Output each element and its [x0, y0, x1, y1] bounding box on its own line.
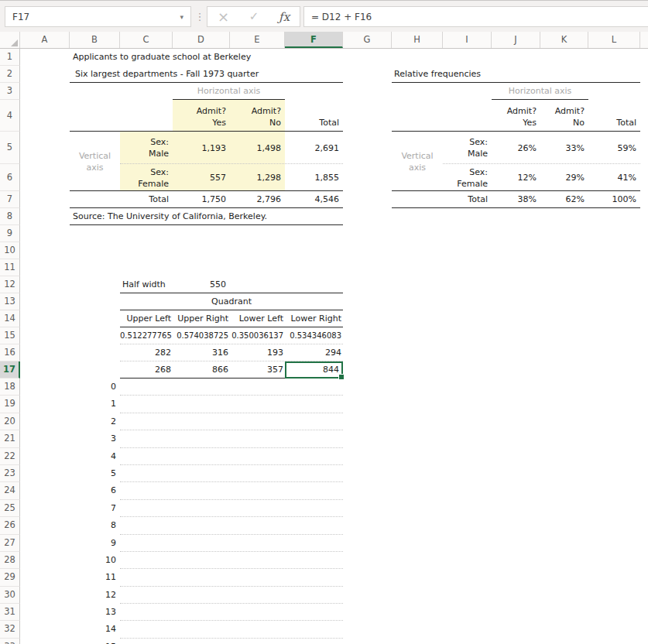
- row-header[interactable]: 30: [0, 587, 20, 604]
- cell-e5-value[interactable]: 1,498: [230, 132, 281, 164]
- sequence-cell[interactable]: 8: [20, 517, 116, 534]
- row-header[interactable]: 23: [0, 465, 20, 482]
- row-header[interactable]: 12: [0, 276, 20, 293]
- cell-c6-sex-female[interactable]: Sex: Female: [120, 164, 169, 191]
- row-header[interactable]: 15: [0, 327, 20, 344]
- cell-k4-admit-no[interactable]: Admit? No: [540, 100, 585, 132]
- cell-horizontal-axis-label[interactable]: Horizontal axis: [173, 83, 285, 100]
- cell-e14-header[interactable]: Lower Left: [230, 310, 283, 327]
- cancel-icon[interactable]: ×: [218, 10, 229, 24]
- sequence-cell[interactable]: 4: [20, 448, 116, 465]
- cell-d17-value[interactable]: 866: [174, 361, 228, 379]
- cell-d12-half-width-value[interactable]: 550: [173, 276, 226, 293]
- sequence-cell[interactable]: 0: [20, 379, 116, 396]
- cell-vertical-axis-label[interactable]: Vertical axis: [70, 132, 120, 191]
- cell-l5-value[interactable]: 59%: [588, 132, 636, 164]
- sheet-grid[interactable]: Applicants to graduate school at Berkele…: [0, 49, 648, 644]
- sequence-cell[interactable]: 7: [20, 500, 116, 517]
- row-header[interactable]: 4: [0, 100, 20, 132]
- insert-function-icon[interactable]: ƒx: [279, 10, 290, 24]
- row-header[interactable]: 24: [0, 482, 20, 499]
- cell-j7-value[interactable]: 38%: [492, 191, 537, 208]
- cell-d16-value[interactable]: 316: [174, 344, 228, 361]
- name-box[interactable]: F17 ▾: [5, 6, 191, 27]
- formula-bar[interactable]: = D12 + F16: [303, 6, 648, 27]
- sequence-cell[interactable]: 13: [20, 604, 116, 621]
- cell-e7-value[interactable]: 2,796: [230, 191, 281, 208]
- cell-e4-admit-no[interactable]: Admit? No: [230, 100, 281, 132]
- cell-f5-value[interactable]: 2,691: [285, 132, 339, 164]
- column-header[interactable]: A: [20, 32, 70, 48]
- row-header[interactable]: 11: [0, 259, 20, 276]
- sequence-cell[interactable]: 6: [20, 482, 116, 499]
- row-header[interactable]: 22: [0, 448, 20, 465]
- row-header[interactable]: 8: [0, 208, 20, 225]
- row-header[interactable]: 26: [0, 517, 20, 534]
- cell-e6-value[interactable]: 1,298: [230, 164, 281, 191]
- cell-f16-value[interactable]: 294: [285, 344, 341, 361]
- cell-c7-total-label[interactable]: Total: [120, 191, 169, 208]
- row-header[interactable]: 20: [0, 413, 20, 430]
- enter-icon[interactable]: ✓: [249, 11, 259, 22]
- cell-c5-sex-male[interactable]: Sex: Male: [120, 132, 169, 164]
- sequence-cell[interactable]: 15: [20, 639, 116, 644]
- cell-i5-sex-male[interactable]: Sex: Male: [443, 132, 488, 164]
- row-header[interactable]: 2: [0, 66, 20, 83]
- sequence-cell[interactable]: 12: [20, 587, 116, 604]
- sequence-cell[interactable]: 11: [20, 569, 116, 586]
- row-header[interactable]: 21: [0, 430, 20, 447]
- column-header[interactable]: L: [588, 32, 640, 48]
- cell-e16-value[interactable]: 193: [230, 344, 283, 361]
- cell-k7-value[interactable]: 62%: [540, 191, 585, 208]
- column-header[interactable]: H: [392, 32, 443, 48]
- sequence-cell[interactable]: 1: [20, 396, 116, 413]
- column-header[interactable]: G: [343, 32, 392, 48]
- cell-f6-value[interactable]: 1,855: [285, 164, 339, 191]
- cell-k6-value[interactable]: 29%: [540, 164, 585, 191]
- cell-c12-half-width-label[interactable]: Half width: [122, 276, 166, 293]
- row-header[interactable]: 17: [0, 361, 20, 379]
- row-header[interactable]: 5: [0, 132, 20, 164]
- row-header[interactable]: 7: [0, 191, 20, 208]
- row-header[interactable]: 29: [0, 569, 20, 586]
- cell-l7-value[interactable]: 100%: [588, 191, 636, 208]
- row-header[interactable]: 31: [0, 604, 20, 621]
- cell-l4-total-header[interactable]: Total: [588, 115, 636, 132]
- column-header[interactable]: K: [540, 32, 588, 48]
- row-header[interactable]: 6: [0, 164, 20, 191]
- cell-c16-value[interactable]: 282: [120, 344, 171, 361]
- cell-f7-value[interactable]: 4,546: [285, 191, 339, 208]
- row-header[interactable]: 13: [0, 293, 20, 310]
- cell-b1-title[interactable]: Applicants to graduate school at Berkele…: [73, 49, 251, 66]
- column-header[interactable]: J: [492, 32, 540, 48]
- cell-i7-total-label[interactable]: Total: [443, 191, 488, 208]
- row-header[interactable]: 28: [0, 552, 20, 569]
- cell-quadrant-title[interactable]: Quadrant: [120, 293, 343, 310]
- cell-i6-sex-female[interactable]: Sex: Female: [443, 164, 488, 191]
- sequence-cell[interactable]: 2: [20, 413, 116, 430]
- cell-horizontal-axis-label[interactable]: Horizontal axis: [492, 83, 588, 100]
- row-header[interactable]: 18: [0, 379, 20, 396]
- select-all-corner[interactable]: [0, 32, 20, 48]
- cell-b8-source[interactable]: Source: The University of California, Be…: [73, 208, 267, 225]
- row-header[interactable]: 3: [0, 83, 20, 100]
- cell-h2-title[interactable]: Relative frequencies: [394, 66, 481, 83]
- column-header[interactable]: B: [70, 32, 120, 48]
- cell-c14-header[interactable]: Upper Left: [120, 310, 171, 327]
- row-header[interactable]: 19: [0, 396, 20, 413]
- row-header[interactable]: 14: [0, 310, 20, 327]
- sequence-cell[interactable]: 14: [20, 621, 116, 638]
- cell-k5-value[interactable]: 33%: [540, 132, 585, 164]
- sequence-cell[interactable]: 10: [20, 552, 116, 569]
- row-header[interactable]: 25: [0, 500, 20, 517]
- column-header[interactable]: D: [173, 32, 230, 48]
- row-header[interactable]: 33: [0, 639, 20, 644]
- cell-e15-value[interactable]: 0.350036137: [230, 327, 283, 344]
- row-header[interactable]: 1: [0, 49, 20, 66]
- cell-vertical-axis-label[interactable]: Vertical axis: [392, 132, 443, 191]
- cell-d5-value[interactable]: 1,193: [173, 132, 226, 164]
- column-header[interactable]: C: [120, 32, 173, 48]
- cell-d15-value[interactable]: 0.574038725: [174, 327, 228, 344]
- cell-j5-value[interactable]: 26%: [492, 132, 537, 164]
- cell-f14-header[interactable]: Lower Right: [285, 310, 341, 327]
